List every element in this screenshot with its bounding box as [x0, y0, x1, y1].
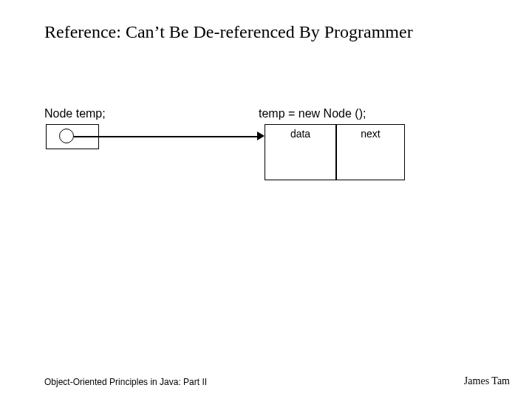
pointer-arrow-head-icon [257, 132, 265, 140]
node-box: data next [265, 124, 405, 180]
node-data-label: data [265, 128, 335, 140]
pointer-arrow-line [74, 136, 259, 137]
instantiation-label: temp = new Node (); [259, 107, 366, 120]
declaration-label: Node temp; [44, 107, 106, 120]
footer-course: Object-Oriented Principles in Java: Part… [44, 377, 207, 387]
footer-author: James Tam [464, 375, 510, 387]
slide-title: Reference: Can’t Be De-referenced By Pro… [44, 22, 413, 42]
reference-circle-icon [59, 129, 74, 143]
node-next-label: next [335, 128, 406, 140]
